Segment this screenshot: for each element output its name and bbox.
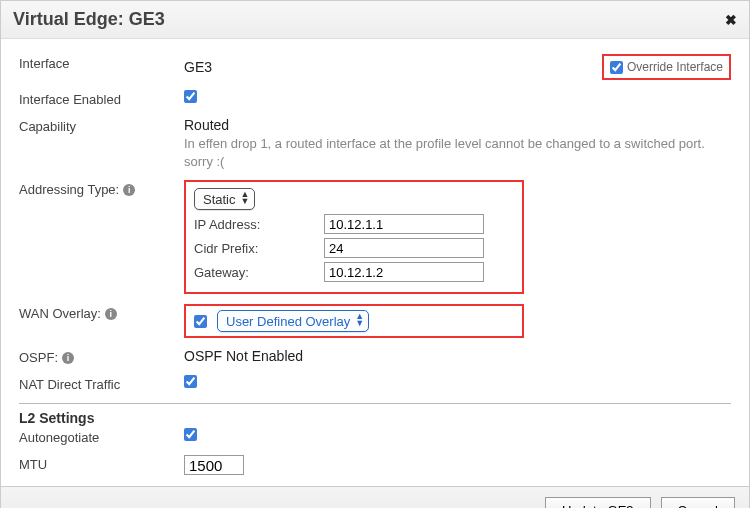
close-icon[interactable]: ✖ xyxy=(725,12,737,28)
label-ip: IP Address: xyxy=(194,217,324,232)
row-capability: Capability Routed In effen drop 1, a rou… xyxy=(19,112,731,175)
dialog-content: Interface GE3 Override Interface Interfa… xyxy=(1,39,749,486)
capability-note: In effen drop 1, a routed interface at t… xyxy=(184,135,731,170)
wan-overlay-checkbox[interactable] xyxy=(194,315,207,328)
addressing-type-select[interactable]: Static ▲▼ xyxy=(194,188,255,210)
label-capability: Capability xyxy=(19,117,184,134)
label-ospf: OSPF: i xyxy=(19,348,184,365)
row-nat: NAT Direct Traffic xyxy=(19,370,731,397)
chevron-updown-icon: ▲▼ xyxy=(355,313,364,327)
row-mtu: MTU xyxy=(19,450,731,480)
info-icon[interactable]: i xyxy=(62,352,74,364)
chevron-updown-icon: ▲▼ xyxy=(241,191,250,205)
virtual-edge-dialog: Virtual Edge: GE3 ✖ Interface GE3 Overri… xyxy=(0,0,750,508)
row-ospf: OSPF: i OSPF Not Enabled xyxy=(19,343,731,370)
nat-direct-checkbox[interactable] xyxy=(184,375,197,388)
info-icon[interactable]: i xyxy=(123,184,135,196)
cancel-button[interactable]: Cancel xyxy=(661,497,735,508)
label-autonegotiate: Autonegotiate xyxy=(19,428,184,445)
divider xyxy=(19,403,731,404)
l2-settings-title: L2 Settings xyxy=(19,410,731,426)
update-button[interactable]: Update GE3 xyxy=(545,497,651,508)
wan-overlay-select[interactable]: User Defined Overlay ▲▼ xyxy=(217,310,369,332)
label-interface: Interface xyxy=(19,54,184,71)
gateway-input[interactable] xyxy=(324,262,484,282)
row-addressing: Addressing Type: i Static ▲▼ IP Address:… xyxy=(19,175,731,299)
titlebar: Virtual Edge: GE3 ✖ xyxy=(1,1,749,39)
row-wan-overlay: WAN Overlay: i User Defined Overlay ▲▼ xyxy=(19,299,731,343)
cidr-prefix-input[interactable] xyxy=(324,238,484,258)
row-interface-enabled: Interface Enabled xyxy=(19,85,731,112)
label-wan-overlay: WAN Overlay: i xyxy=(19,304,184,321)
value-capability: Routed xyxy=(184,117,229,133)
wan-highlight: User Defined Overlay ▲▼ xyxy=(184,304,524,338)
override-interface-label: Override Interface xyxy=(627,60,723,74)
label-nat: NAT Direct Traffic xyxy=(19,375,184,392)
info-icon[interactable]: i xyxy=(105,308,117,320)
interface-enabled-checkbox[interactable] xyxy=(184,90,197,103)
value-ospf: OSPF Not Enabled xyxy=(184,348,303,364)
label-cidr: Cidr Prefix: xyxy=(194,241,324,256)
override-interface-group: Override Interface xyxy=(602,54,731,80)
label-addressing: Addressing Type: i xyxy=(19,180,184,197)
autonegotiate-checkbox[interactable] xyxy=(184,428,197,441)
row-autonegotiate: Autonegotiate xyxy=(19,426,731,450)
dialog-footer: Update GE3 Cancel xyxy=(1,486,749,508)
label-interface-enabled: Interface Enabled xyxy=(19,90,184,107)
mtu-input[interactable] xyxy=(184,455,244,475)
label-gateway: Gateway: xyxy=(194,265,324,280)
ip-address-input[interactable] xyxy=(324,214,484,234)
value-interface: GE3 xyxy=(184,59,212,75)
override-interface-checkbox[interactable] xyxy=(610,61,623,74)
addressing-highlight: Static ▲▼ IP Address: Cidr Prefix: Gatew… xyxy=(184,180,524,294)
label-mtu: MTU xyxy=(19,455,184,472)
row-interface: Interface GE3 Override Interface xyxy=(19,49,731,85)
dialog-title: Virtual Edge: GE3 xyxy=(13,9,165,30)
